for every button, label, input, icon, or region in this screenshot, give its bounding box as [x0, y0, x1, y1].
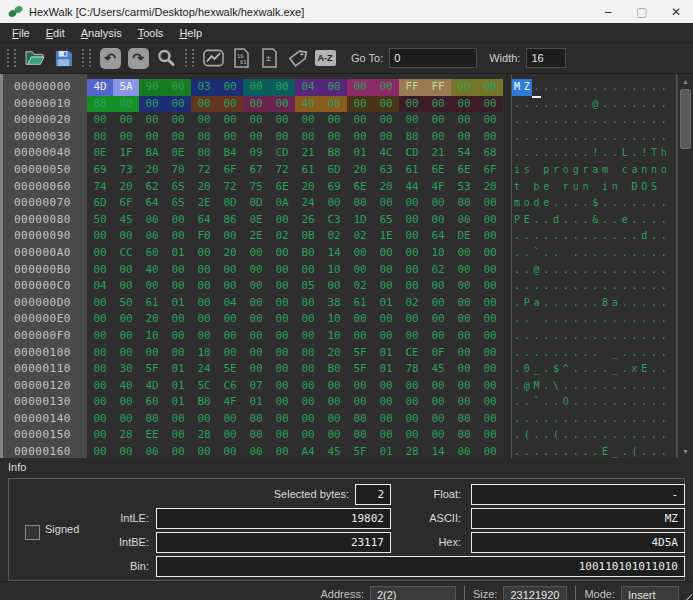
hex-byte[interactable]: 26: [295, 212, 321, 229]
hex-byte[interactable]: 00: [139, 278, 165, 295]
ascii-char[interactable]: .: [581, 378, 591, 395]
hex-byte[interactable]: 5F: [347, 444, 373, 458]
hex-byte[interactable]: 00: [347, 378, 373, 395]
hex-byte[interactable]: 00: [347, 427, 373, 444]
float-field[interactable]: -: [471, 484, 685, 505]
ascii-char[interactable]: .: [639, 245, 649, 262]
hex-byte[interactable]: 00: [191, 278, 217, 295]
hex-byte[interactable]: 00: [373, 378, 399, 395]
ascii-char[interactable]: .: [600, 361, 610, 378]
ascii-char[interactable]: .: [639, 295, 649, 312]
ascii-char[interactable]: .: [639, 411, 649, 428]
ascii-char[interactable]: a: [610, 295, 620, 312]
ascii-char[interactable]: .: [551, 444, 561, 458]
ascii-char[interactable]: .: [649, 411, 659, 428]
ascii-char[interactable]: .: [600, 328, 610, 345]
hex-byte[interactable]: 0B: [295, 228, 321, 245]
hex-byte[interactable]: 00: [87, 129, 113, 146]
hex-byte[interactable]: 5F: [347, 345, 373, 362]
hex-byte[interactable]: 00: [451, 112, 477, 129]
hex-byte[interactable]: 00: [399, 96, 425, 113]
hex-byte[interactable]: 02: [347, 228, 373, 245]
hex-byte[interactable]: 09: [243, 145, 269, 162]
hex-byte[interactable]: 01: [165, 361, 191, 378]
hex-byte[interactable]: 4D: [139, 378, 165, 395]
ascii-char[interactable]: .: [512, 112, 522, 129]
hex-byte[interactable]: 00: [217, 112, 243, 129]
hex-byte[interactable]: 00: [295, 129, 321, 146]
ascii-char[interactable]: .: [620, 96, 630, 113]
ascii-char[interactable]: .: [551, 245, 561, 262]
ascii-char[interactable]: .: [630, 96, 640, 113]
ascii-char[interactable]: e: [541, 195, 551, 212]
hex-byte[interactable]: 00: [243, 328, 269, 345]
hex-byte[interactable]: 00: [165, 444, 191, 458]
ascii-char[interactable]: .: [512, 295, 522, 312]
ascii-char[interactable]: .: [512, 411, 522, 428]
ascii-char[interactable]: .: [659, 378, 669, 395]
hex-byte[interactable]: 00: [139, 411, 165, 428]
hex-byte[interactable]: 00: [373, 328, 399, 345]
ascii-char[interactable]: .: [649, 129, 659, 146]
ascii-char[interactable]: .: [571, 444, 581, 458]
hex-byte[interactable]: 00: [269, 262, 295, 279]
ascii-char[interactable]: b: [532, 179, 542, 196]
ascii-char[interactable]: .: [639, 328, 649, 345]
hex-byte[interactable]: 00: [347, 245, 373, 262]
ascii-char[interactable]: .: [512, 278, 522, 295]
hex-byte[interactable]: 50: [87, 212, 113, 229]
ascii-char[interactable]: .: [639, 195, 649, 212]
hex-byte[interactable]: 1D: [347, 212, 373, 229]
ascii-char[interactable]: .: [649, 311, 659, 328]
hex-byte[interactable]: 00: [347, 129, 373, 146]
hex-byte[interactable]: 00: [191, 245, 217, 262]
hex-byte[interactable]: 00: [217, 129, 243, 146]
hex-byte[interactable]: 00: [347, 394, 373, 411]
hex-byte[interactable]: 20: [477, 179, 503, 196]
ascii-char[interactable]: .: [522, 145, 532, 162]
menu-file[interactable]: File: [4, 25, 38, 41]
ascii-char[interactable]: .: [600, 311, 610, 328]
ascii-char[interactable]: .: [630, 129, 640, 146]
hex-byte[interactable]: 5E: [217, 361, 243, 378]
hex-byte[interactable]: 10: [139, 328, 165, 345]
hex-byte[interactable]: 00: [295, 361, 321, 378]
ascii-char[interactable]: c: [620, 162, 630, 179]
hex-byte[interactable]: 00: [269, 345, 295, 362]
ascii-char[interactable]: n: [581, 179, 591, 196]
ascii-char[interactable]: .: [551, 79, 561, 96]
hex-byte[interactable]: C3: [321, 212, 347, 229]
hex-byte[interactable]: 0D: [243, 195, 269, 212]
ascii-char[interactable]: .: [659, 311, 669, 328]
hex-byte[interactable]: 20: [113, 179, 139, 196]
ascii-char[interactable]: .: [620, 228, 630, 245]
hex-byte[interactable]: 00: [451, 394, 477, 411]
hex-byte[interactable]: 00: [295, 112, 321, 129]
hex-byte[interactable]: 00: [321, 378, 347, 395]
hex-byte[interactable]: 0E: [243, 212, 269, 229]
ascii-char[interactable]: .: [571, 311, 581, 328]
hex-byte[interactable]: 00: [425, 378, 451, 395]
hex-byte[interactable]: 72: [217, 179, 243, 196]
ascii-char[interactable]: .: [541, 212, 551, 229]
hex-byte[interactable]: 00: [113, 262, 139, 279]
hex-byte[interactable]: 00: [321, 411, 347, 428]
ascii-char[interactable]: .: [571, 361, 581, 378]
hex-byte[interactable]: 6F: [113, 195, 139, 212]
ascii-char[interactable]: .: [532, 328, 542, 345]
ascii-char[interactable]: .: [532, 444, 542, 458]
ascii-char[interactable]: n: [610, 179, 620, 196]
ascii-char[interactable]: .: [659, 278, 669, 295]
ascii-char[interactable]: .: [541, 427, 551, 444]
ascii-char[interactable]: .: [610, 79, 620, 96]
hex-byte[interactable]: CC: [113, 245, 139, 262]
ascii-char[interactable]: .: [571, 345, 581, 362]
hex-byte[interactable]: 00: [191, 129, 217, 146]
hex-byte[interactable]: 00: [477, 427, 503, 444]
ascii-char[interactable]: .: [581, 361, 591, 378]
hex-byte[interactable]: 10: [191, 345, 217, 362]
ascii-char[interactable]: .: [522, 345, 532, 362]
hex-byte[interactable]: 40: [113, 378, 139, 395]
ascii-char[interactable]: .: [630, 295, 640, 312]
ascii-char[interactable]: _: [610, 345, 620, 362]
